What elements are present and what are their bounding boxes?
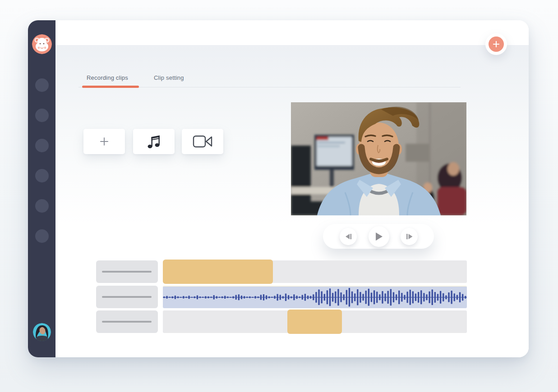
play-button[interactable] <box>369 226 389 247</box>
step-forward-button[interactable] <box>401 228 418 245</box>
play-icon <box>375 232 383 241</box>
track-3-clip[interactable] <box>287 310 342 334</box>
track-1-lane[interactable] <box>163 260 467 283</box>
step-forward-icon <box>406 233 413 240</box>
tab-recording-clips[interactable]: Recording clips <box>87 74 128 81</box>
tab-clip-setting[interactable]: Clip setting <box>154 74 184 81</box>
add-video-button[interactable] <box>182 129 223 154</box>
sidebar-menu-item-1[interactable] <box>35 78 49 92</box>
page-background: Recording clips Clip setting <box>0 0 558 392</box>
track-3-lane[interactable] <box>163 310 467 333</box>
sidebar-menu-item-4[interactable] <box>35 169 49 182</box>
top-bar <box>55 20 529 45</box>
add-new-button[interactable] <box>489 36 504 52</box>
user-avatar[interactable] <box>33 323 51 341</box>
plus-icon <box>493 41 500 48</box>
sidebar-menu-item-6[interactable] <box>35 229 49 243</box>
audio-waveform <box>163 287 467 308</box>
app-logo[interactable] <box>32 34 52 54</box>
app-window: Recording clips Clip setting <box>28 20 529 357</box>
user-avatar-photo <box>33 323 51 341</box>
video-frame-photo <box>291 102 466 215</box>
track-2-label[interactable] <box>96 286 158 308</box>
sidebar-menu-item-2[interactable] <box>35 109 49 122</box>
sidebar-menu-item-3[interactable] <box>35 139 49 152</box>
video-preview <box>291 102 466 215</box>
track-3-label[interactable] <box>96 310 158 333</box>
playback-bar <box>323 224 434 249</box>
track-1-label[interactable] <box>96 260 158 283</box>
plus-icon <box>99 137 109 146</box>
sidebar <box>28 20 55 357</box>
step-backward-button[interactable] <box>340 228 357 245</box>
monkey-logo-icon <box>32 34 52 54</box>
video-camera-icon <box>192 134 213 149</box>
music-note-icon <box>146 133 161 150</box>
track-2-audio-clip[interactable] <box>163 286 467 308</box>
add-clip-button[interactable] <box>83 129 125 154</box>
add-music-button[interactable] <box>133 129 175 154</box>
sidebar-menu-item-5[interactable] <box>35 199 49 213</box>
track-1-clip[interactable] <box>163 260 273 284</box>
step-backward-icon <box>345 233 352 240</box>
active-tab-indicator <box>82 86 139 88</box>
